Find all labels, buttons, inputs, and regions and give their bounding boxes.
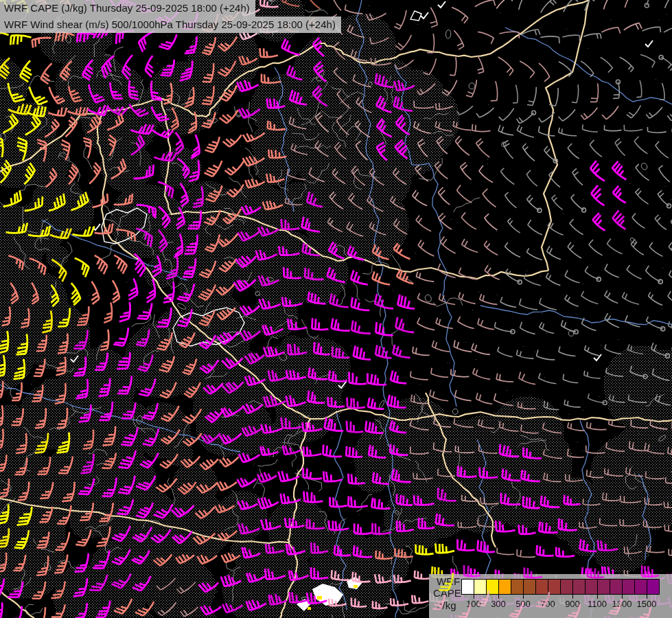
legend-swatch [461,579,474,595]
legend-tick-label: 700 [534,599,561,609]
legend-tick-label: 1500 [633,599,660,609]
legend-swatch [486,579,499,595]
legend-unit-label: J/kg [437,599,456,611]
legend-tick-label: 100 [460,599,487,609]
legend-swatch [560,579,573,595]
legend-tick-label: 1100 [583,599,611,609]
legend-swatch [474,579,487,595]
legend-swatch [511,579,524,595]
legend-swatch [572,579,586,595]
legend-tick-label: 500 [509,599,537,609]
cape-color-legend: WRF CAPE J/kg 10030050070090011001300150… [429,574,672,618]
weather-map-canvas [0,0,672,618]
legend-colorbar [461,579,660,595]
legend-swatch [622,579,635,595]
map-title-cape: WRF CAPE (J/kg) Thursday 25-09-2025 18:0… [0,0,255,16]
legend-swatch [647,579,660,595]
weather-map-screen: WRF CAPE (J/kg) Thursday 25-09-2025 18:0… [0,0,672,618]
map-title-windshear: WRF Wind shear (m/s) 500/1000hPa Thursda… [0,16,341,33]
legend-swatch [597,579,610,595]
legend-swatch [585,579,598,595]
legend-model-label: WRF [437,575,460,587]
legend-swatch [634,579,647,595]
legend-param-label: CAPE [433,587,461,599]
legend-swatch [548,579,561,595]
legend-tick-label: 900 [559,599,586,609]
legend-swatch [535,579,548,595]
legend-swatch [523,579,536,595]
legend-tick-label: 300 [485,599,512,609]
legend-swatch [498,579,511,595]
legend-swatch [610,579,623,595]
legend-tick-label: 1300 [608,599,636,609]
